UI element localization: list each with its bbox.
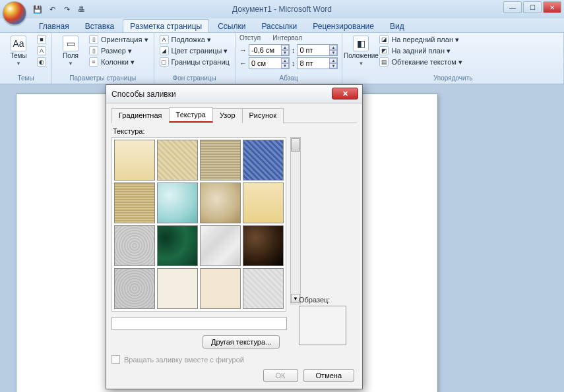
- close-button[interactable]: ✕: [543, 1, 561, 13]
- group-arrange: ◧ Положение ▼ ◪На передний план ▾ ◩На за…: [342, 33, 564, 84]
- position-icon: ◧: [353, 36, 369, 51]
- page-color-button[interactable]: ◢Цвет страницы ▾: [158, 45, 231, 56]
- office-button[interactable]: [3, 1, 26, 25]
- texture-scrollbar[interactable]: ▲ ▼: [290, 137, 301, 304]
- texture-swatch[interactable]: [200, 140, 241, 181]
- bucket-icon: ◢: [160, 46, 169, 55]
- theme-effects-button[interactable]: ◐: [36, 57, 47, 67]
- size-button[interactable]: ▯Размер ▾: [88, 45, 150, 56]
- ribbon-tabs: Главная Вставка Разметка страницы Ссылки…: [0, 18, 564, 33]
- tab-review[interactable]: Рецензирование: [305, 19, 381, 32]
- rotate-fill-checkbox: [111, 355, 120, 364]
- quick-access-toolbar: 💾 ↶ ↷ 🖶: [32, 3, 87, 15]
- dlg-tab-texture[interactable]: Текстура: [169, 107, 213, 123]
- watermark-button[interactable]: AПодложка ▾: [158, 34, 231, 45]
- spin-up[interactable]: ▲: [281, 58, 289, 63]
- margins-button[interactable]: ▭ Поля ▼: [56, 34, 85, 68]
- margins-icon: ▭: [63, 36, 78, 51]
- sample-section: Образец:: [299, 296, 350, 345]
- scroll-thumb[interactable]: [291, 138, 300, 152]
- texture-swatch[interactable]: [200, 268, 241, 309]
- qat-print[interactable]: 🖶: [75, 3, 87, 15]
- texture-swatch[interactable]: [157, 140, 198, 181]
- dialog-tabs: Градиентная Текстура Узор Рисунок: [111, 107, 357, 123]
- group-page-setup: ▭ Поля ▼ ▯Ориентация ▾ ▯Размер ▾ ≡Колонк…: [52, 33, 154, 84]
- spin-up[interactable]: ▲: [281, 45, 289, 50]
- tab-mailings[interactable]: Рассылки: [254, 19, 304, 32]
- group-paragraph-label: Абзац: [239, 74, 338, 82]
- qat-save[interactable]: 💾: [32, 3, 44, 15]
- texture-swatch[interactable]: [157, 182, 198, 223]
- group-paragraph: Отступ Интервал → ▲▼ ↕ ▲▼ ← ▲▼ ↕ ▲▼ Абза…: [235, 33, 343, 84]
- size-label: Размер ▾: [101, 47, 132, 55]
- texture-swatch[interactable]: [114, 225, 155, 266]
- tab-home[interactable]: Главная: [32, 19, 77, 32]
- page-borders-label: Границы страниц: [172, 58, 230, 66]
- effects-icon: ◐: [37, 57, 46, 67]
- indent-left-icon: →: [239, 46, 247, 54]
- tab-references[interactable]: Ссылки: [210, 19, 253, 32]
- orientation-button[interactable]: ▯Ориентация ▾: [88, 34, 150, 45]
- dialog-title: Способы заливки: [111, 90, 176, 99]
- spin-down[interactable]: ▼: [281, 63, 289, 69]
- tab-insert[interactable]: Вставка: [78, 19, 122, 32]
- texture-swatch[interactable]: [200, 225, 241, 266]
- theme-fonts-button[interactable]: A: [36, 45, 47, 56]
- front-label: На передний план ▾: [391, 36, 459, 44]
- themes-label: Темы: [10, 53, 26, 59]
- size-icon: ▯: [89, 46, 98, 55]
- group-page-background: AПодложка ▾ ◢Цвет страницы ▾ ▢Границы ст…: [154, 33, 235, 84]
- page-borders-button[interactable]: ▢Границы страниц: [158, 57, 231, 67]
- spin-down[interactable]: ▼: [281, 50, 289, 55]
- texture-swatch[interactable]: [243, 268, 284, 309]
- texture-swatch[interactable]: [114, 182, 155, 223]
- columns-button[interactable]: ≡Колонки ▾: [88, 57, 150, 67]
- spacing-title: Интервал: [272, 34, 302, 42]
- spacing-after-icon: ↕: [292, 59, 296, 67]
- dialog-close-button[interactable]: ✕: [332, 88, 358, 99]
- qat-undo[interactable]: ↶: [46, 3, 58, 15]
- texture-swatch[interactable]: [157, 268, 198, 309]
- tab-view[interactable]: Вид: [383, 19, 412, 32]
- other-texture-button[interactable]: Другая текстура...: [203, 335, 280, 349]
- sample-label: Образец:: [299, 296, 350, 304]
- orientation-label: Ориентация ▾: [101, 36, 148, 44]
- texture-swatch[interactable]: [243, 182, 284, 223]
- texture-grid: [111, 137, 286, 312]
- texture-swatch[interactable]: [114, 140, 155, 181]
- margins-label: Поля: [63, 53, 78, 59]
- window-controls: — ☐ ✕: [503, 1, 561, 13]
- texture-swatch[interactable]: [114, 268, 155, 309]
- minimize-button[interactable]: —: [503, 1, 522, 13]
- font-icon: A: [37, 46, 46, 55]
- indent-title: Отступ: [239, 34, 261, 42]
- spin-down[interactable]: ▼: [329, 63, 337, 69]
- qat-redo[interactable]: ↷: [61, 3, 73, 15]
- tab-page-layout[interactable]: Разметка страницы: [123, 19, 209, 32]
- maximize-button[interactable]: ☐: [523, 1, 542, 13]
- theme-colors-button[interactable]: ■: [36, 34, 47, 45]
- texture-swatch[interactable]: [243, 140, 284, 181]
- ok-button[interactable]: ОК: [263, 369, 298, 382]
- spin-up[interactable]: ▲: [329, 58, 337, 63]
- dlg-tab-picture[interactable]: Рисунок: [242, 108, 284, 123]
- text-wrap-button[interactable]: ▤Обтекание текстом ▾: [378, 57, 464, 67]
- dialog-footer: ОК Отмена: [111, 369, 357, 382]
- texture-swatch[interactable]: [157, 225, 198, 266]
- back-icon: ◩: [379, 46, 389, 55]
- texture-swatch[interactable]: [200, 182, 241, 223]
- send-back-button[interactable]: ◩На задний план ▾: [378, 45, 464, 56]
- cancel-button[interactable]: Отмена: [303, 369, 354, 382]
- themes-button[interactable]: Aa Темы ▼: [4, 34, 33, 68]
- texture-swatch[interactable]: [243, 225, 284, 266]
- chevron-down-icon: ▼: [68, 61, 73, 67]
- dialog-titlebar[interactable]: Способы заливки ✕: [106, 85, 362, 103]
- dlg-tab-pattern[interactable]: Узор: [212, 108, 243, 123]
- bring-front-button[interactable]: ◪На передний план ▾: [378, 34, 464, 45]
- position-button[interactable]: ◧ Положение ▼: [346, 34, 375, 68]
- spin-up[interactable]: ▲: [329, 45, 337, 50]
- spin-down[interactable]: ▼: [329, 50, 337, 55]
- page-color-label: Цвет страницы ▾: [172, 47, 228, 55]
- group-themes-label: Темы: [4, 74, 47, 82]
- dlg-tab-gradient[interactable]: Градиентная: [111, 108, 170, 123]
